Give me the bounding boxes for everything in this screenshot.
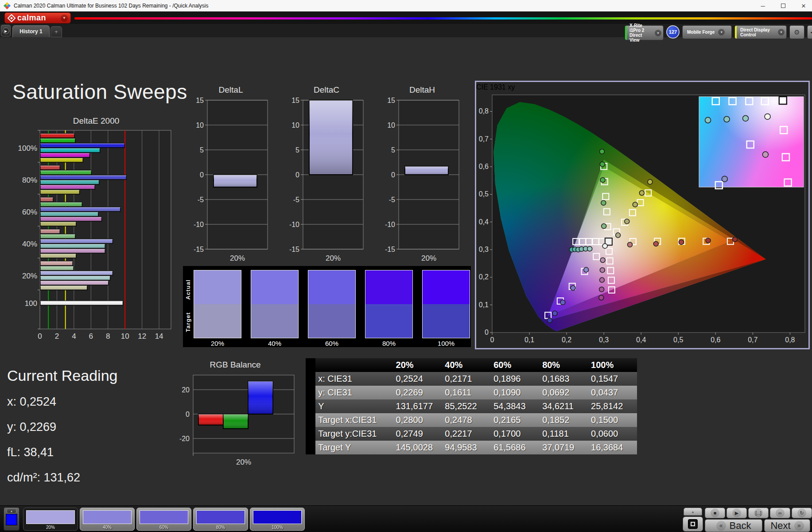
meter-count-badge[interactable]: 127 [666, 25, 680, 39]
refresh-icon: ↻ [797, 509, 806, 517]
table-cell: 0,2524 [393, 372, 443, 386]
row-label: y: CIE31 [315, 386, 393, 399]
target-row-label: Target [185, 307, 192, 338]
pattern-swatch [26, 510, 75, 524]
stop-icon: ■ [711, 509, 719, 517]
actual-swatch [194, 270, 241, 304]
cie-chart-title: CIE 1931 xy [476, 83, 808, 91]
svg-text:0,1: 0,1 [479, 301, 489, 309]
next-button[interactable]: Next » [764, 519, 810, 532]
svg-text:0,8: 0,8 [479, 107, 489, 115]
refresh-button[interactable]: ↻ [792, 508, 812, 518]
minimize-icon[interactable]: ─ [759, 3, 767, 9]
chevron-down-icon[interactable]: ▼ [61, 15, 68, 22]
meter-status-stripe [625, 26, 627, 40]
source-dropdown[interactable]: Mobile Forge ▼ [682, 25, 732, 39]
svg-text:-5: -5 [389, 196, 395, 203]
current-reading-block: Current Reading x: 0,2524y: 0,2269fL: 38… [7, 367, 117, 496]
chevron-left-icon: « [716, 521, 726, 531]
svg-text:40%: 40% [22, 240, 37, 248]
chevron-up-icon[interactable]: ▲ [7, 509, 16, 513]
workflow-label: Direct Display Control [740, 27, 774, 37]
continuous-button[interactable]: ∞ [770, 508, 790, 518]
settings-gear-button[interactable]: ⚙ [789, 25, 804, 39]
svg-text:20%: 20% [236, 458, 251, 466]
play-button[interactable]: ▶ [727, 508, 747, 518]
svg-text:-15: -15 [289, 246, 299, 253]
transport-panel: ▲ ■ ▶ [‥] ∞ ↻ « Back Next » [683, 507, 810, 532]
calman-logo-text: calman [17, 13, 46, 23]
svg-text:100%: 100% [18, 144, 37, 153]
actual-row-label: Actual [185, 274, 192, 305]
step-button[interactable]: [‥] [748, 508, 769, 518]
cie-measured-marker [587, 246, 592, 251]
svg-text:15: 15 [196, 97, 204, 104]
table-cell: 131,6177 [393, 399, 443, 413]
cie-measured-marker [571, 286, 575, 290]
table-cell: 61,5686 [491, 441, 540, 454]
chevron-up-icon[interactable]: ▲ [684, 508, 702, 516]
cie-measured-marker [627, 242, 632, 247]
column-header: 60% [491, 358, 540, 372]
calman-menu-button[interactable]: calman ▼ [4, 12, 71, 23]
chevron-right-icon: » [794, 521, 804, 531]
row-label: Target x:CIE31 [315, 413, 393, 427]
svg-text:6: 6 [89, 332, 93, 340]
deltah-chart-canvas: 151050-5-10-1520% [382, 96, 462, 265]
deltal-chart: DeltaL 151050-5-10-1520% [190, 85, 271, 267]
current-pattern-swatch[interactable] [6, 514, 17, 525]
expand-sidebar-button[interactable]: ▶ [1, 25, 11, 36]
pattern-label: 20% [23, 525, 78, 530]
pattern-button-20[interactable]: 20% [23, 508, 78, 531]
svg-text:2: 2 [55, 332, 59, 340]
cie-measured-marker [732, 237, 737, 242]
pattern-swatch [140, 510, 188, 524]
target-swatch [251, 304, 298, 338]
svg-text:0: 0 [295, 171, 299, 179]
svg-text:80%: 80% [22, 176, 37, 184]
brand-bar: calman ▼ [0, 12, 812, 24]
column-header: 20% [393, 358, 443, 372]
row-label: Target Y [315, 441, 393, 454]
tab-history-1[interactable]: History 1 [12, 25, 50, 37]
window-title: Calman 2020 Calman Ultimate for Business… [14, 3, 209, 9]
pattern-label: 80% [194, 525, 248, 530]
deltal-chart-title: DeltaL [190, 85, 271, 96]
swatch-label: 20% [194, 340, 241, 347]
add-tab-button[interactable]: + [51, 26, 62, 37]
svg-text:5: 5 [295, 146, 299, 154]
column-header: 100% [588, 358, 637, 372]
workflow-dropdown[interactable]: Direct Display Control ▼ [734, 25, 787, 39]
maximize-icon[interactable] [779, 3, 787, 9]
svg-text:0: 0 [38, 332, 42, 340]
cie-measured-marker [599, 278, 604, 282]
table-row: y: CIE310,22690,16110,10900,06920,0437 [306, 386, 637, 399]
cie-measured-marker [584, 267, 589, 272]
collapse-toolbar-button[interactable]: ◀ [807, 25, 812, 39]
deltac-chart-canvas: 151050-5-10-1520% [286, 96, 367, 265]
stop-button[interactable]: ■ [705, 508, 725, 518]
row-label: x: CIE31 [315, 372, 393, 386]
inset-measured-marker [743, 115, 749, 121]
pattern-button-100[interactable]: 100% [250, 508, 305, 531]
svg-text:0,2: 0,2 [479, 273, 489, 281]
deltae-chart-title: DeltaE 2000 [16, 116, 176, 127]
svg-text:0,2: 0,2 [562, 336, 571, 344]
swatch-label: 60% [308, 340, 356, 347]
chevron-down-icon: ▼ [718, 29, 725, 35]
target-swatch [194, 304, 241, 338]
table-cell: 85,2522 [442, 399, 491, 413]
reading-fL: fL: 38,41 [7, 446, 117, 459]
pattern-button-80[interactable]: 80% [193, 508, 248, 531]
back-button[interactable]: « Back [705, 519, 762, 532]
close-icon[interactable]: ✕ [800, 3, 808, 9]
pattern-button-60[interactable]: 60% [136, 508, 191, 531]
meter-dropdown[interactable]: X-Rite i1Pro 2 Direct View ▼ [625, 25, 664, 40]
pattern-window-button[interactable] [683, 516, 703, 532]
inset-measured-marker [705, 117, 711, 123]
pattern-swatch [83, 510, 132, 524]
pattern-label: 60% [137, 525, 191, 530]
swatch-column: 80% [365, 270, 413, 347]
pattern-button-40[interactable]: 40% [80, 508, 135, 531]
svg-text:0,5: 0,5 [673, 336, 683, 344]
